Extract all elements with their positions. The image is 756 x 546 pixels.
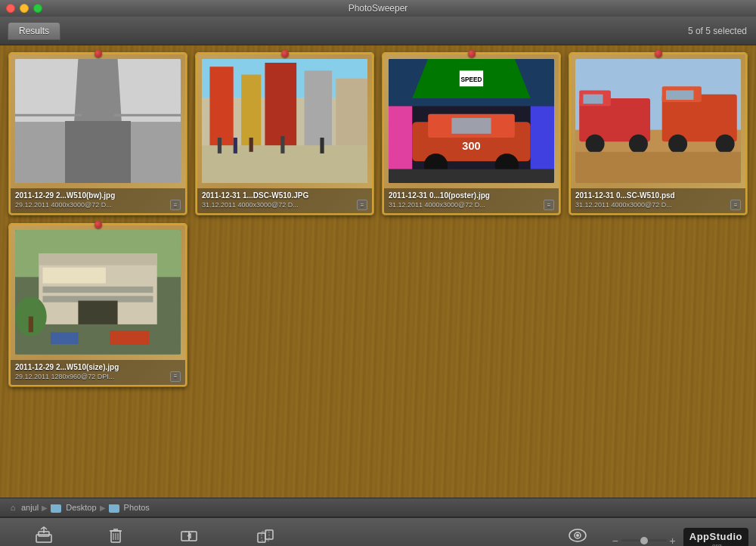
zoom-slider[interactable] bbox=[621, 535, 667, 546]
maximize-button[interactable] bbox=[33, 4, 42, 13]
svg-rect-5 bbox=[15, 114, 181, 116]
svg-rect-31 bbox=[451, 118, 491, 134]
photo-meta-text-2: 31.12.2011 4000x3000@72 D... bbox=[202, 201, 299, 209]
svg-rect-2 bbox=[15, 122, 181, 183]
main-content: 2011-12-29 2...W510(bw).jpg 29.12.2011 4… bbox=[0, 45, 756, 498]
svg-rect-54 bbox=[113, 268, 153, 284]
path-bar: ⌂ anjul ▶ Desktop ▶ Photos bbox=[0, 498, 756, 517]
home-icon: ⌂ bbox=[8, 502, 18, 513]
svg-rect-48 bbox=[575, 152, 741, 183]
zoom-minus-button[interactable]: − bbox=[612, 535, 618, 547]
photo-meta-1: 29.12.2011 4000x3000@72 D... ≡ bbox=[15, 200, 181, 210]
svg-rect-45 bbox=[666, 90, 694, 100]
svg-point-47 bbox=[716, 135, 735, 154]
move-to-trash-button[interactable]: Move to Trash bbox=[81, 522, 150, 546]
toolbar-right: Quick Look − + AppStudio .org bbox=[551, 522, 748, 546]
svg-rect-62 bbox=[110, 330, 149, 345]
take-out-of-box-button[interactable]: Take out of Box bbox=[8, 522, 81, 546]
svg-rect-12 bbox=[305, 70, 333, 145]
app-studio-name: AppStudio bbox=[689, 531, 742, 542]
photo-grid-row1: 2011-12-29 2...W510(bw).jpg 29.12.2011 4… bbox=[9, 53, 747, 215]
svg-rect-19 bbox=[320, 138, 324, 154]
minimize-button[interactable] bbox=[20, 4, 29, 13]
photo-info-2: 2011-12-31 1...DSC-W510.JPG 31.12.2011 4… bbox=[197, 188, 372, 213]
pin-3 bbox=[468, 50, 476, 57]
path-home: anjul bbox=[21, 503, 39, 512]
title-bar: PhotoSweeper bbox=[0, 0, 756, 17]
zoom-slider-thumb[interactable] bbox=[640, 537, 648, 544]
take-out-icon bbox=[33, 525, 54, 546]
svg-rect-40 bbox=[583, 95, 603, 104]
photo-image-1 bbox=[15, 59, 181, 183]
path-desktop: Desktop bbox=[66, 503, 96, 512]
photo-info-5: 2011-12-29 2...W510(size).jpg 29.12.2011… bbox=[11, 360, 185, 385]
svg-text:SPEED: SPEED bbox=[460, 76, 482, 83]
photos-folder-icon bbox=[109, 504, 119, 513]
photo-card-3[interactable]: SPEED 300 2011-12-31 0...10(poster).jpg bbox=[383, 53, 560, 215]
svg-rect-52 bbox=[39, 253, 156, 265]
svg-rect-11 bbox=[265, 63, 296, 146]
photo-info-icon-5[interactable]: ≡ bbox=[170, 371, 181, 382]
traffic-lights bbox=[6, 4, 42, 13]
photo-info-icon-2[interactable]: ≡ bbox=[357, 200, 367, 210]
results-tab[interactable]: Results bbox=[8, 22, 60, 40]
photo-image-5 bbox=[15, 230, 181, 354]
svg-rect-1 bbox=[15, 59, 181, 122]
photo-meta-4: 31.12.2011 4000x3000@72 D... ≡ bbox=[575, 200, 741, 210]
photo-card-1[interactable]: 2011-12-29 2...W510(bw).jpg 29.12.2011 4… bbox=[9, 53, 187, 215]
photo-image-2 bbox=[202, 59, 367, 183]
photo-card-4[interactable]: 2011-12-31 0...SC-W510.psd 31.12.2011 40… bbox=[569, 53, 747, 215]
pin-2 bbox=[281, 50, 289, 57]
toolbar: Results 5 of 5 selected bbox=[0, 17, 756, 45]
svg-point-41 bbox=[586, 135, 605, 154]
selection-count: 5 of 5 selected bbox=[688, 26, 747, 36]
photo-card-5[interactable]: 2011-12-29 2...W510(size).jpg 29.12.2011… bbox=[9, 224, 187, 386]
svg-rect-18 bbox=[280, 136, 284, 154]
pin-4 bbox=[655, 50, 662, 57]
toolbar-actions: Take out of Box Move to Trash bbox=[8, 522, 304, 546]
svg-rect-55 bbox=[43, 287, 153, 293]
eye-icon bbox=[567, 525, 588, 546]
svg-rect-34 bbox=[531, 106, 554, 169]
photo-info-4: 2011-12-31 0...SC-W510.psd 31.12.2011 40… bbox=[571, 188, 745, 213]
photo-meta-text-3: 31.12.2011 4000x3000@72 D... bbox=[389, 201, 485, 209]
photo-meta-text-5: 29.12.2011 1280x960@72 DPI... bbox=[15, 373, 114, 380]
svg-point-42 bbox=[629, 135, 648, 154]
app-title: PhotoSweeper bbox=[349, 3, 408, 14]
svg-rect-17 bbox=[249, 138, 253, 152]
close-button[interactable] bbox=[6, 4, 15, 13]
svg-rect-61 bbox=[51, 333, 79, 345]
quick-look-button[interactable]: Quick Look bbox=[551, 522, 604, 546]
copy-rename-button[interactable]: Copy & Rename bbox=[228, 522, 304, 546]
photo-info-icon-1[interactable]: ≡ bbox=[170, 200, 181, 210]
photo-meta-text-1: 29.12.2011 4000x3000@72 D... bbox=[15, 201, 112, 209]
svg-rect-60 bbox=[29, 317, 33, 333]
photo-meta-3: 31.12.2011 4000x3000@72 D... ≡ bbox=[389, 200, 554, 210]
trash-icon bbox=[105, 525, 126, 546]
pin-1 bbox=[94, 50, 102, 57]
photo-info-3: 2011-12-31 0...10(poster).jpg 31.12.2011… bbox=[384, 188, 559, 213]
photo-meta-5: 29.12.2011 1280x960@72 DPI... ≡ bbox=[15, 371, 181, 382]
photo-meta-2: 31.12.2011 4000x3000@72 D... ≡ bbox=[202, 200, 367, 210]
svg-point-46 bbox=[668, 135, 687, 154]
path-sep1: ▶ bbox=[42, 504, 48, 512]
svg-rect-10 bbox=[241, 75, 261, 146]
photo-image-4 bbox=[575, 59, 741, 183]
move-rename-button[interactable]: Move & Rename bbox=[150, 522, 227, 546]
photo-name-3: 2011-12-31 0...10(poster).jpg bbox=[389, 191, 554, 200]
photo-info-icon-4[interactable]: ≡ bbox=[730, 200, 741, 210]
photo-info-icon-3[interactable]: ≡ bbox=[544, 200, 554, 210]
svg-rect-16 bbox=[234, 138, 237, 154]
pin-5 bbox=[94, 221, 102, 228]
svg-rect-13 bbox=[336, 79, 367, 146]
photo-meta-text-4: 31.12.2011 4000x3000@72 D... bbox=[575, 201, 672, 209]
photo-name-2: 2011-12-31 1...DSC-W510.JPG bbox=[202, 191, 367, 200]
svg-point-80 bbox=[576, 534, 579, 537]
photo-grid-row2: 2011-12-29 2...W510(size).jpg 29.12.2011… bbox=[9, 224, 747, 386]
path-sep2: ▶ bbox=[100, 504, 106, 512]
photo-card-2[interactable]: 2011-12-31 1...DSC-W510.JPG 31.12.2011 4… bbox=[196, 53, 373, 215]
zoom-plus-button[interactable]: + bbox=[670, 535, 676, 547]
svg-rect-35 bbox=[389, 169, 554, 184]
desktop-folder-icon bbox=[51, 504, 61, 513]
path-photos: Photos bbox=[124, 503, 150, 512]
